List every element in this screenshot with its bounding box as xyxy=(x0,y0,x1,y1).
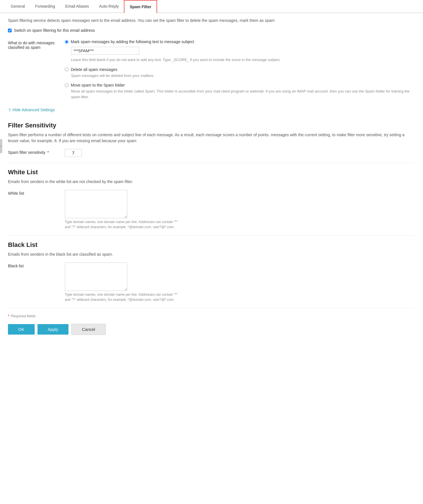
divider-1 xyxy=(8,163,415,163)
required-fields-label: Required fields xyxy=(11,314,36,318)
black-list-control: Type domain names, one domain name per l… xyxy=(65,262,415,302)
advanced-settings-toggle[interactable]: ⇧ Hide Advanced Settings xyxy=(8,108,55,112)
radio-group-spam-action: Mark spam messages by adding the followi… xyxy=(65,39,415,100)
spam-action-options: Mark spam messages by adding the followi… xyxy=(65,39,415,100)
main-content: Spam filtering service detects spam mess… xyxy=(0,18,423,346)
radio-row-delete: Delete all spam messages xyxy=(65,67,415,72)
cancel-button[interactable]: Cancel xyxy=(71,324,106,335)
tab-email-aliases[interactable]: Email Aliases xyxy=(60,0,94,12)
spam-switch-row: Switch on spam filtering for this email … xyxy=(8,28,415,33)
radio-mark-label[interactable]: Mark spam messages by adding the followi… xyxy=(71,39,194,44)
radio-option-move: Move spam to the Spam folder Move all sp… xyxy=(65,83,415,100)
sensitivity-row: Spam filter sensitivity * xyxy=(8,149,415,157)
spam-action-label: What to do with messages classified as s… xyxy=(8,39,65,50)
radio-option-mark: Mark spam messages by adding the followi… xyxy=(65,39,415,63)
advanced-settings-label: Hide Advanced Settings xyxy=(12,108,55,112)
radio-option-delete: Delete all spam messages Spam messages w… xyxy=(65,67,415,79)
action-buttons: OK Apply Cancel xyxy=(8,324,415,335)
sensitivity-required-star: * xyxy=(47,150,49,155)
required-note: * Required fields xyxy=(8,314,415,318)
tab-spam-filter[interactable]: Spam Filter xyxy=(124,0,157,13)
sidebar-toggle[interactable]: ‹ xyxy=(0,139,2,153)
white-list-label: White list xyxy=(8,190,65,196)
radio-delete-label[interactable]: Delete all spam messages xyxy=(71,67,117,72)
sensitivity-control xyxy=(65,149,415,157)
chevron-up-icon: ⇧ xyxy=(8,108,11,112)
filter-sensitivity-title: Filter Sensitivity xyxy=(8,122,415,129)
white-list-control: Type domain names, one domain name per l… xyxy=(65,190,415,230)
radio-move-hint: Move all spam messages to the folder cal… xyxy=(71,89,415,100)
radio-move[interactable] xyxy=(65,83,68,87)
apply-button[interactable]: Apply xyxy=(37,324,69,335)
tab-general[interactable]: General xyxy=(6,0,30,12)
radio-delete-hint: Spam messages will be deleted from your … xyxy=(71,73,415,79)
white-list-textarea[interactable] xyxy=(65,190,127,218)
radio-move-label[interactable]: Move spam to the Spam folder xyxy=(71,83,125,87)
sensitivity-input[interactable] xyxy=(65,149,82,157)
black-list-row: Black list Type domain names, one domain… xyxy=(8,262,415,302)
tab-bar: General Forwarding Email Aliases Auto-Re… xyxy=(0,0,423,13)
radio-delete[interactable] xyxy=(65,68,68,71)
black-list-textarea[interactable] xyxy=(65,262,127,291)
white-list-row: White list Type domain names, one domain… xyxy=(8,190,415,230)
tab-auto-reply[interactable]: Auto-Reply xyxy=(94,0,124,12)
white-list-title: White List xyxy=(8,169,415,176)
spam-filter-checkbox[interactable] xyxy=(8,29,12,32)
black-list-label: Black list xyxy=(8,262,65,268)
divider-2 xyxy=(8,235,415,236)
radio-mark[interactable] xyxy=(65,40,68,44)
black-list-title: Black List xyxy=(8,241,415,249)
sensitivity-label: Spam filter sensitivity * xyxy=(8,149,65,155)
radio-row-move: Move spam to the Spam folder xyxy=(65,83,415,87)
radio-row-mark: Mark spam messages by adding the followi… xyxy=(65,39,415,44)
white-list-hint: Type domain names, one domain name per l… xyxy=(65,219,178,230)
black-list-desc: Emails from senders in the black list ar… xyxy=(8,251,415,257)
page-description: Spam filtering service detects spam mess… xyxy=(8,18,415,24)
filter-sensitivity-desc: Spam filter performs a number of differe… xyxy=(8,132,415,144)
tab-forwarding[interactable]: Forwarding xyxy=(30,0,60,12)
required-star: * xyxy=(8,314,9,318)
spam-subject-text-input[interactable] xyxy=(71,47,139,55)
black-list-hint: Type domain names, one domain name per l… xyxy=(65,292,178,302)
spam-action-row: What to do with messages classified as s… xyxy=(8,39,415,100)
divider-3 xyxy=(8,308,415,308)
ok-button[interactable]: OK xyxy=(8,324,35,335)
chevron-left-icon: ‹ xyxy=(1,144,2,148)
radio-mark-hint: Leave this field blank if you do not wan… xyxy=(71,57,415,63)
white-list-desc: Emails from senders in the white list ar… xyxy=(8,179,415,185)
spam-switch-label[interactable]: Switch on spam filtering for this email … xyxy=(14,28,95,33)
